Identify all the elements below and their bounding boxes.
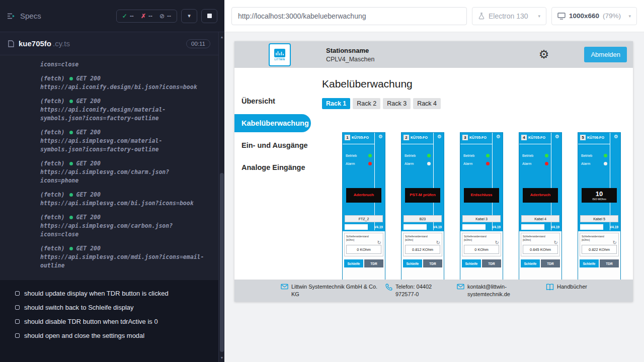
card-gear-icon[interactable]: ⚙	[378, 133, 383, 140]
url-input[interactable]	[231, 7, 467, 25]
viewport-select[interactable]: 1000x660 (79%) ▾	[551, 7, 637, 25]
tdr-button[interactable]: TDR	[423, 259, 442, 267]
tdr-button[interactable]: TDR	[482, 259, 501, 267]
rack-tab[interactable]: Rack 4	[413, 98, 441, 109]
betrieb-led	[427, 154, 431, 157]
log-entry[interactable]: (fetch)GET 200https://api.simplesvg.com/…	[40, 128, 204, 154]
rack-tab[interactable]: Rack 3	[383, 98, 411, 109]
log-head: (fetch)GET 200	[40, 128, 204, 137]
status-dot-icon	[69, 247, 73, 250]
card-gear-icon[interactable]: ⚙	[555, 133, 559, 140]
card-top: 3KÜ705-FO	[462, 135, 491, 140]
status-unit: ISO MOhm	[592, 198, 606, 201]
footer-item[interactable]: Handbücher	[546, 283, 587, 299]
status-display: Erdschluss	[464, 188, 499, 203]
scroll-up-icon[interactable]: ▲	[219, 33, 225, 40]
cable-name: Kabel 3	[462, 215, 501, 222]
rack-tab[interactable]: Rack 1	[322, 98, 350, 109]
scrollbar-thumb[interactable]	[220, 173, 224, 352]
schleife-button[interactable]: Schleife	[344, 259, 363, 267]
schleife-button[interactable]: Schleife	[403, 259, 422, 267]
sidebar-item[interactable]: Kabelüberwachung	[234, 114, 311, 132]
schleife-button[interactable]: Schleife	[580, 259, 599, 267]
refresh-icon[interactable]: ↻	[554, 240, 558, 245]
tdr-button[interactable]: TDR	[541, 259, 560, 267]
betrieb-row: Betrieb	[522, 154, 548, 157]
measurement-label: Schleifenwiderstand [kOhm]	[346, 235, 381, 241]
device-number-badge: 1	[345, 135, 350, 140]
status-code: GET 200	[76, 159, 100, 168]
station-label: Stationsname	[326, 47, 374, 54]
browser-select[interactable]: Electron 130 ▾	[472, 7, 546, 25]
device-number-badge: 5	[580, 135, 586, 140]
logout-button[interactable]: Abmelden	[584, 47, 627, 62]
spec-name: kue705fo	[19, 39, 51, 48]
refresh-icon[interactable]: ↻	[436, 240, 440, 245]
fetch-tag: (fetch)	[40, 128, 64, 137]
sidebar-item[interactable]: Analoge Eingänge	[234, 158, 321, 176]
collapse-button[interactable]: ▾	[181, 9, 197, 23]
refresh-icon[interactable]: ↻	[377, 240, 381, 245]
device-model: KÜ705-FO	[352, 136, 369, 139]
flask-icon	[478, 12, 485, 20]
card-gear-icon[interactable]: ⚙	[437, 133, 442, 140]
status-text: Aderbruch	[354, 193, 374, 198]
status-dot-icon	[69, 162, 73, 165]
test-title: should disable TDR button when tdrActive…	[24, 318, 158, 325]
refresh-icon[interactable]: ↻	[613, 240, 617, 245]
sidebar-item[interactable]: Ein- und Ausgänge	[234, 136, 321, 154]
device-card: 3KÜ705-FO⚙BetriebAlarmErdschlussKabel 3V…	[460, 132, 503, 289]
tdr-button[interactable]: TDR	[600, 259, 619, 267]
log-entry[interactable]: (fetch)GET 200https://api.simplesvg.com/…	[40, 244, 204, 270]
log-entry[interactable]: icons=close	[40, 60, 204, 69]
schleife-button[interactable]: Schleife	[521, 259, 540, 267]
log-entry[interactable]: (fetch)GET 200https://api.simplesvg.com/…	[40, 191, 204, 208]
aut-toolbar: Electron 130 ▾ 1000x660 (79%) ▾	[224, 0, 644, 32]
spec-file-icon	[8, 40, 14, 47]
log-entry[interactable]: (fetch)GET 200https://api.iconify.design…	[40, 74, 204, 92]
specs-icon	[7, 13, 16, 20]
specs-button[interactable]: Specs	[7, 12, 41, 20]
log-head: (fetch)GET 200	[40, 97, 204, 106]
test-item[interactable]: should update display when TDR button is…	[0, 286, 218, 300]
card-gear-icon[interactable]: ⚙	[496, 133, 501, 140]
measurement-value: 0.645 KOhm	[523, 245, 558, 254]
log-entry[interactable]: (fetch)GET 200https://api.iconify.design…	[40, 97, 204, 123]
test-item[interactable]: should open and close the settings modal	[0, 328, 218, 342]
test-checkbox-icon	[15, 333, 20, 338]
status-text: Aderbruch	[530, 193, 550, 198]
stop-button[interactable]	[201, 9, 217, 23]
betrieb-row: Betrieb	[346, 154, 372, 157]
book-icon	[546, 284, 554, 291]
status-dot-icon	[69, 216, 73, 219]
footer-item: Littwin Systemtechnik GmbH & Co. KG	[281, 283, 379, 299]
schleife-button[interactable]: Schleife	[462, 259, 481, 267]
alarm-row: Alarm	[463, 162, 490, 165]
spec-header: kue705fo .cy.ts 00:11	[0, 32, 218, 55]
betrieb-row: Betrieb	[581, 154, 607, 157]
status-code: GET 200	[76, 213, 100, 222]
test-item[interactable]: should switch back to Schleife display	[0, 300, 218, 314]
log-entry[interactable]: (fetch)GET 200https://api.simplesvg.com/…	[40, 159, 204, 185]
footer-item[interactable]: kontakt@littwin-systemtechnik.de	[457, 283, 540, 299]
browser-name: Electron 130	[489, 12, 528, 20]
status-text: PST-M prüfen	[410, 193, 436, 198]
card-gear-icon[interactable]: ⚙	[614, 133, 618, 140]
device-model: KÜ705-FO	[469, 136, 487, 139]
log-entry[interactable]: (fetch)GET 200https://api.simplesvg.com/…	[40, 213, 204, 239]
reporter-scrollbar[interactable]: ▲ ▼	[218, 32, 224, 362]
scroll-down-icon[interactable]: ▼	[219, 354, 225, 361]
rack-tab[interactable]: Rack 2	[353, 98, 380, 109]
log-head: (fetch)GET 200	[40, 159, 204, 168]
betrieb-label: Betrieb	[405, 154, 416, 157]
test-stats[interactable]: ✓-- ✗-- ⊘--	[116, 10, 177, 23]
card-buttons: SchleifeTDR	[344, 259, 383, 267]
spec-extension: .cy.ts	[53, 39, 70, 48]
test-item[interactable]: should disable TDR button when tdrActive…	[0, 314, 218, 328]
measurement-box: Schleifenwiderstand [kOhm]↻0.812 KOhm	[403, 233, 442, 256]
settings-gear-icon[interactable]: ⚙	[539, 49, 549, 60]
sidebar-item[interactable]: Übersicht	[234, 92, 321, 110]
refresh-icon[interactable]: ↻	[495, 240, 499, 245]
version-bar	[521, 224, 544, 230]
tdr-button[interactable]: TDR	[364, 259, 383, 267]
